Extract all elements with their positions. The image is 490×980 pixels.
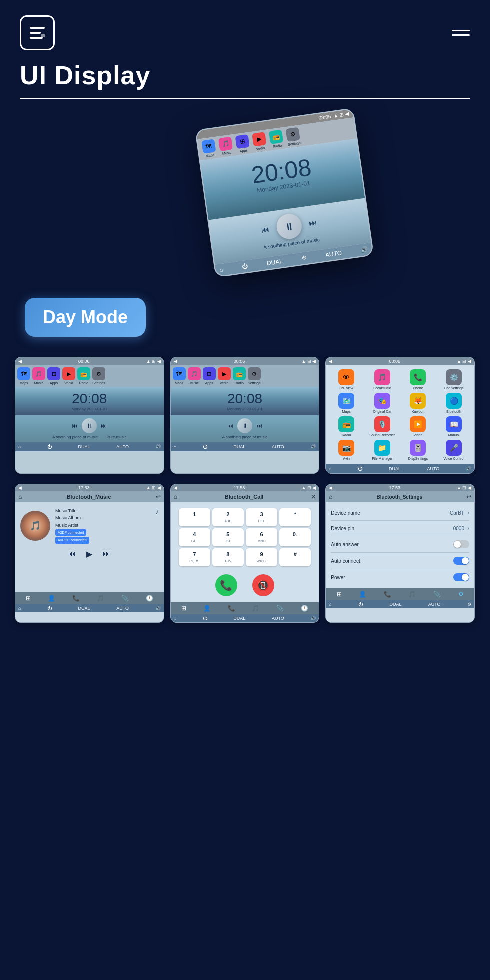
pc2-music[interactable]: 🎵 Music — [188, 367, 201, 385]
pc1-settings[interactable]: ⚙ Settings — [92, 367, 106, 385]
app-car-settings[interactable]: ⚙️ Car Settings — [438, 369, 470, 390]
pc1-radio[interactable]: 📻 Radio — [78, 367, 90, 385]
auto-answer-toggle[interactable] — [454, 540, 470, 548]
pc2-power-icon: ⏻ — [203, 444, 208, 449]
bt-settings-tab-clip[interactable]: 📎 — [434, 591, 441, 598]
app-voice-control[interactable]: 🎤 Voice Control — [438, 440, 470, 460]
dialpad-2[interactable]: 2ABC — [212, 508, 244, 526]
device-pin-chevron[interactable]: › — [468, 525, 470, 532]
app-radio[interactable]: 📻 Radio — [330, 416, 363, 437]
dialpad-1[interactable]: 1 — [179, 508, 210, 526]
app-phone[interactable]: 📞 Phone — [402, 369, 435, 390]
dialpad-hash[interactable]: # — [280, 548, 311, 566]
bt-settings-tab-person[interactable]: 👤 — [359, 591, 366, 598]
pause-button[interactable]: ⏸ — [275, 212, 303, 240]
pc1-pause[interactable]: ⏸ — [82, 418, 97, 433]
dialpad-4[interactable]: 4GHI — [179, 528, 210, 546]
app-file-manager[interactable]: 📁 File Manager — [366, 440, 399, 460]
app-original-car[interactable]: 🎭 Original Car — [366, 393, 399, 413]
pc2-vedio[interactable]: ▶ Vedio — [218, 367, 231, 385]
nav-app-music[interactable]: 🎵 Music — [218, 137, 234, 156]
bbc-dual-label: DUAL — [78, 606, 90, 611]
bt-music-home-icon[interactable]: ⌂ — [18, 493, 22, 500]
auto-connect-toggle[interactable] — [454, 557, 470, 565]
pc2-prev[interactable]: ⏮ — [228, 422, 234, 429]
app-disp-settings[interactable]: 🎚️ DispSettings — [402, 440, 435, 460]
bt-settings-tab-music[interactable]: 🎵 — [408, 591, 416, 598]
bt-play-btn[interactable]: ▶ — [86, 549, 92, 559]
nav-app-apps[interactable]: ⊞ Apps — [235, 134, 250, 153]
pc1-maps[interactable]: 🗺 Maps — [18, 367, 30, 385]
bt-music-note-icon[interactable]: ♪ — [156, 507, 159, 515]
bt-next-btn[interactable]: ⏭ — [102, 549, 110, 559]
pc2-settings[interactable]: ⚙ Settings — [248, 367, 261, 385]
nav-app-radio[interactable]: 📻 Radio — [269, 129, 284, 148]
bt-tab-grid-icon[interactable]: ⊞ — [26, 595, 31, 602]
bt-badge-a2dp: A2DP connected — [56, 529, 86, 536]
app-maps[interactable]: 🗺️ Maps — [330, 393, 363, 413]
bt-settings-tab-phone[interactable]: 📞 — [384, 591, 392, 598]
bt-call-close-icon[interactable]: ✕ — [311, 493, 316, 500]
app-manual[interactable]: 📖 Manual — [438, 416, 470, 437]
pc1-vedio[interactable]: ▶ Vedio — [62, 367, 76, 385]
call-accept-button[interactable]: 📞 — [216, 574, 238, 596]
bt-call-tab-music[interactable]: 🎵 — [252, 605, 260, 612]
nav-app-maps[interactable]: 🗺 Maps — [202, 139, 217, 158]
app-360view[interactable]: 👁 360 view — [330, 369, 363, 390]
app-video[interactable]: ▶️ Video — [402, 416, 435, 437]
app-avin[interactable]: 📷 Avin — [330, 440, 363, 460]
dialpad-star[interactable]: * — [280, 508, 311, 526]
dialpad-8[interactable]: 8TUV — [212, 548, 244, 566]
pc2-radio[interactable]: 📻 Radio — [233, 367, 246, 385]
dialpad-5[interactable]: 5JKL — [212, 528, 244, 546]
bt-tab-phone-icon[interactable]: 📞 — [72, 595, 80, 602]
app-localmusic[interactable]: 🎵 Localmusic — [366, 369, 399, 390]
pc2-next[interactable]: ⏭ — [256, 422, 262, 429]
bt-tab-clip-icon[interactable]: 📎 — [122, 595, 129, 602]
bt-settings-tab-gear[interactable]: ⚙ — [458, 591, 464, 598]
bt-auto-answer-row: Auto answer — [331, 536, 470, 553]
nav-app-settings[interactable]: ⚙ Settings — [286, 127, 301, 146]
dialpad-7[interactable]: 7PQRS — [179, 548, 210, 566]
dialpad-0dash[interactable]: 0- — [280, 528, 311, 546]
nav-app-vedio[interactable]: ▶ Vedio — [252, 132, 268, 151]
bt-call-tab-clock[interactable]: 🕐 — [301, 605, 308, 612]
bt-settings-back-icon[interactable]: ↩ — [466, 493, 472, 500]
app-sound-recorder[interactable]: 🎙️ Sound Recorder — [366, 416, 399, 437]
bt-tab-person-icon[interactable]: 👤 — [48, 595, 56, 602]
bt-settings-home-icon[interactable]: ⌂ — [329, 493, 332, 500]
power-toggle[interactable] — [454, 573, 470, 581]
pc2-time-big: 20:08 — [175, 391, 316, 407]
pc1-next[interactable]: ⏭ — [101, 422, 107, 429]
bt-call-home-icon[interactable]: ⌂ — [174, 493, 178, 500]
app-bluetooth[interactable]: 🔵 Bluetooth — [438, 393, 470, 413]
next-button[interactable]: ⏭ — [308, 218, 318, 228]
device-name-chevron[interactable]: › — [468, 509, 470, 516]
bt-call-tab-phone[interactable]: 📞 — [228, 605, 236, 612]
bt-prev-btn[interactable]: ⏮ — [68, 549, 76, 559]
pc2-pause[interactable]: ⏸ — [238, 418, 252, 433]
pc2-home-icon: ⌂ — [174, 444, 176, 449]
pc1-prev[interactable]: ⏮ — [72, 422, 78, 429]
dialpad-3[interactable]: 3DEF — [246, 508, 278, 526]
app-kuwoo[interactable]: 🦊 Kuwoo.. — [402, 393, 435, 413]
bt-settings-tab-grid[interactable]: ⊞ — [337, 591, 342, 598]
dialpad-9[interactable]: 9WXYZ — [246, 548, 278, 566]
bt-call-tab-person[interactable]: 👤 — [204, 605, 211, 612]
pc2-maps[interactable]: 🗺 Maps — [173, 367, 186, 385]
prev-button[interactable]: ⏮ — [261, 225, 270, 235]
pc2-apps[interactable]: ⊞ Apps — [203, 367, 216, 385]
pc1-music[interactable]: 🎵 Music — [32, 367, 46, 385]
phone-card-3: ◀ 08:06 ▲ ⊞ ◀ 👁 360 view 🎵 Localmusic 📞 … — [326, 357, 475, 474]
bt-tab-clock-icon[interactable]: 🕐 — [146, 595, 154, 602]
pc3-power: ⏻ — [358, 466, 362, 471]
call-end-button[interactable]: 📵 — [252, 574, 274, 596]
hamburger-menu[interactable] — [452, 30, 470, 36]
bt-call-nav: ⌂ Bluetooth_Call ✕ — [171, 491, 320, 502]
bt-device-name-row: Device name CarBT › — [331, 505, 470, 521]
pc1-apps[interactable]: ⊞ Apps — [48, 367, 60, 385]
bt-tab-music-icon[interactable]: 🎵 — [97, 595, 104, 602]
dialpad-6[interactable]: 6MNO — [246, 528, 278, 546]
bt-call-tab-clip[interactable]: 📎 — [276, 605, 284, 612]
bt-call-tab-grid[interactable]: ⊞ — [182, 605, 186, 612]
